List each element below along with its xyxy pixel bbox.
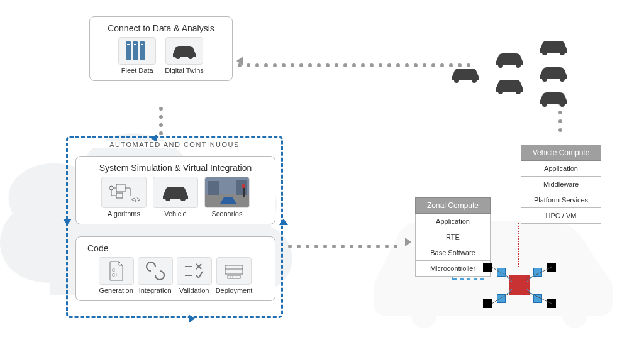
sim-item-label: Algorithms bbox=[108, 210, 140, 218]
code-panel: Code CC++ Generation Integration Validat… bbox=[75, 236, 275, 301]
svg-rect-11 bbox=[236, 180, 247, 195]
svg-rect-18 bbox=[225, 265, 243, 274]
svg-rect-5 bbox=[141, 44, 143, 45]
code-item-generation: CC++ Generation bbox=[99, 257, 134, 294]
fleet-car-icon bbox=[493, 48, 526, 69]
connect-title: Connect to Data & Analysis bbox=[99, 23, 223, 33]
vehicle-compute-stack: Vehicle Compute Application Middleware P… bbox=[521, 145, 601, 224]
connector-dots-vertical bbox=[158, 107, 164, 135]
fleet-car-icon bbox=[537, 62, 570, 83]
street-scene-icon bbox=[204, 177, 250, 208]
chip-network bbox=[482, 260, 557, 323]
arrow-right-icon bbox=[189, 314, 195, 323]
connect-panel: Connect to Data & Analysis Fleet Data Di… bbox=[89, 16, 233, 81]
svg-point-6 bbox=[109, 186, 113, 190]
vehicle-layer: Platform Services bbox=[521, 192, 601, 208]
connect-item-digital-twins: Digital Twins bbox=[165, 37, 204, 74]
code-item-deployment: Deployment bbox=[216, 257, 253, 294]
link-icon bbox=[138, 257, 173, 285]
code-title: Code bbox=[87, 243, 266, 253]
code-item-label: Validation bbox=[179, 287, 209, 294]
svg-line-24 bbox=[527, 267, 552, 279]
vehicle-fleet bbox=[449, 44, 613, 138]
fleet-car-icon bbox=[493, 74, 526, 96]
code-item-validation: Validation bbox=[177, 257, 212, 294]
fleet-car-icon bbox=[537, 87, 570, 108]
svg-point-21 bbox=[230, 277, 231, 278]
zonal-layer: Microcontroller bbox=[415, 261, 491, 277]
deploy-icon bbox=[216, 257, 252, 285]
zonal-header: Zonal Compute bbox=[415, 197, 491, 214]
svg-rect-3 bbox=[127, 44, 130, 45]
arrow-left-gray-icon bbox=[236, 57, 243, 65]
connector-dots-to-vehicle bbox=[288, 240, 408, 251]
code-item-label: Integration bbox=[139, 287, 172, 294]
vehicle-layer: HPC / VM bbox=[521, 208, 601, 224]
car-icon bbox=[165, 37, 203, 65]
code-item-label: Deployment bbox=[216, 287, 253, 294]
cpp-file-icon: CC++ bbox=[99, 257, 134, 285]
sim-item-vehicle: Vehicle bbox=[153, 177, 198, 218]
sim-item-label: Scenarios bbox=[212, 210, 243, 218]
svg-text:C: C bbox=[112, 268, 115, 272]
vehicle-layer: Application bbox=[521, 161, 601, 177]
svg-point-22 bbox=[232, 277, 233, 278]
zonal-to-chip-connector bbox=[453, 278, 484, 280]
svg-line-29 bbox=[501, 289, 512, 299]
automated-continuous-label: AUTOMATED AND CONTINUOUS bbox=[82, 141, 267, 148]
server-icon bbox=[118, 37, 156, 65]
fleet-car-icon bbox=[537, 35, 570, 57]
sim-item-algorithms: </> Algorithms bbox=[101, 177, 147, 218]
connector-dots-to-fleet bbox=[238, 59, 483, 70]
car-icon bbox=[153, 177, 198, 208]
sim-item-scenarios: Scenarios bbox=[204, 177, 250, 218]
svg-line-30 bbox=[527, 289, 538, 299]
svg-rect-10 bbox=[208, 181, 219, 195]
check-x-icon bbox=[177, 257, 212, 285]
simulation-title: System Simulation & Virtual Integration bbox=[85, 163, 266, 173]
connect-item-label: Fleet Data bbox=[121, 67, 153, 74]
sim-item-label: Vehicle bbox=[164, 210, 186, 218]
svg-text:</>: </> bbox=[131, 196, 141, 203]
svg-rect-8 bbox=[116, 193, 123, 198]
code-item-integration: Integration bbox=[138, 257, 173, 294]
svg-rect-4 bbox=[134, 44, 136, 45]
code-item-label: Generation bbox=[99, 287, 133, 294]
zonal-layer: RTE bbox=[415, 229, 491, 245]
block-diagram-icon: </> bbox=[101, 177, 147, 208]
arrow-right-gray-icon bbox=[405, 238, 411, 246]
zonal-layer: Base Software bbox=[415, 245, 491, 261]
svg-line-26 bbox=[527, 292, 552, 304]
svg-text:C++: C++ bbox=[112, 273, 120, 277]
fleet-car-icon bbox=[449, 63, 482, 84]
svg-line-27 bbox=[501, 272, 512, 282]
connect-item-label: Digital Twins bbox=[165, 67, 204, 74]
vehicle-header: Vehicle Compute bbox=[521, 145, 601, 161]
simulation-panel: System Simulation & Virtual Integration … bbox=[75, 156, 275, 224]
connect-item-fleet-data: Fleet Data bbox=[118, 37, 156, 74]
svg-line-28 bbox=[527, 272, 538, 282]
arrow-down-icon bbox=[63, 219, 72, 225]
arrow-up-icon bbox=[279, 219, 288, 225]
zonal-compute-stack: Zonal Compute Application RTE Base Softw… bbox=[415, 197, 491, 277]
zonal-layer: Application bbox=[415, 214, 491, 229]
svg-point-13 bbox=[242, 184, 245, 188]
vehicle-layer: Middleware bbox=[521, 177, 601, 192]
svg-rect-7 bbox=[116, 184, 125, 192]
